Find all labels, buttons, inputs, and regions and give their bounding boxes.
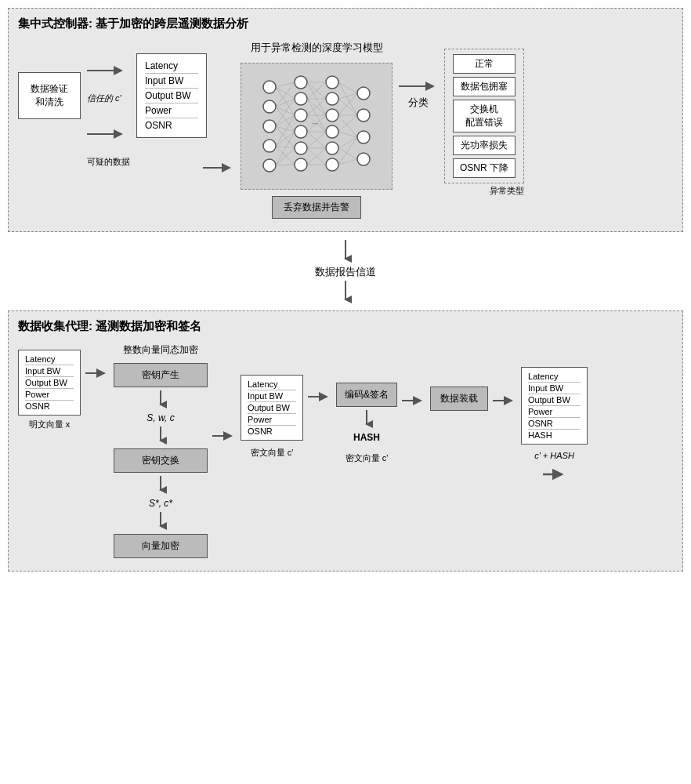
svg-point-13	[295, 158, 307, 171]
feature-latency: Latency	[145, 59, 198, 74]
arrow-from-vec-enc	[212, 430, 236, 442]
main-container: 集中式控制器: 基于加密的跨层遥测数据分析 数据验证和清洗 信任的	[0, 0, 691, 579]
nn-container: ···	[241, 63, 393, 190]
swc-label: S, w, c	[147, 412, 174, 423]
anomaly-box: 正常 数据包拥塞 交换机配置错误 光功率损失 OSNR 下降	[444, 49, 524, 183]
bottom-left-features: Latency Input BW Output BW Power OSNR	[18, 350, 81, 416]
final-arrow-right	[543, 468, 566, 481]
dl-subtitle: 用于异常检测的深度学习模型	[251, 41, 383, 55]
svg-line-25	[276, 87, 295, 99]
svg-line-62	[338, 93, 357, 99]
svg-line-30	[276, 107, 295, 132]
bottom-title: 数据收集代理: 遥测数据加密和签名	[18, 319, 673, 334]
hash-label: HASH	[353, 432, 380, 443]
cipher-label: 密文向量 c'	[251, 447, 294, 459]
svg-point-20	[357, 87, 370, 100]
neural-network-diagram: ···	[254, 71, 379, 181]
svg-line-68	[338, 132, 357, 137]
classify-label: 分类	[408, 96, 429, 110]
svg-point-19	[326, 158, 338, 171]
svg-line-71	[338, 137, 357, 165]
arrow-spc-down	[154, 512, 167, 531]
svg-text:···: ···	[312, 119, 318, 128]
data-validate-box: 数据验证和清洗	[18, 72, 81, 119]
svg-point-10	[295, 109, 307, 122]
channel-arrow: 数据报告信道	[8, 240, 683, 304]
svg-point-23	[357, 153, 370, 165]
svg-line-32	[276, 115, 295, 126]
top-features-box: Latency Input BW Output BW Power OSNR	[136, 53, 207, 138]
arrow-swc-down	[154, 426, 167, 445]
int-vec-area: 整数向量同态加密 密钥产生 S, w, c	[114, 343, 208, 558]
encode-box: 编码&签名	[336, 383, 397, 407]
svg-line-66	[338, 115, 357, 137]
key-exchange-box: 密钥交换	[114, 448, 208, 473]
svg-point-21	[357, 109, 370, 122]
svg-point-7	[263, 159, 276, 172]
svg-point-14	[326, 76, 338, 89]
anomaly-congestion: 数据包拥塞	[453, 77, 516, 96]
svg-line-61	[338, 82, 357, 115]
arrow-key-gen-down	[154, 390, 167, 409]
svg-point-12	[295, 142, 307, 154]
arrow-classify	[399, 80, 438, 93]
suspicious-label: 可疑的数据	[87, 156, 130, 168]
arrow-to-int-vec	[85, 367, 109, 379]
svg-point-11	[295, 125, 307, 138]
anomaly-osnr-drop: OSNR 下降	[453, 158, 516, 178]
svg-point-5	[263, 120, 276, 132]
channel-label: 数据报告信道	[315, 265, 376, 279]
right-features-area: Latency Input BW Output BW Power OSNR HA…	[521, 367, 588, 483]
svg-line-72	[338, 159, 357, 165]
svg-line-34	[276, 126, 295, 148]
feature-power: Power	[145, 103, 198, 118]
feature-output-bw: Output BW	[145, 89, 198, 103]
feature-osnr: OSNR	[145, 118, 198, 132]
svg-line-60	[338, 82, 357, 93]
data-load-area: 数据装载	[430, 387, 488, 411]
svg-point-15	[326, 93, 338, 105]
bottom-mid-features: Latency Input BW Output BW Power OSNR	[241, 375, 303, 441]
int-vec-label: 整数向量同态加密	[123, 343, 198, 357]
final-label: c' + HASH	[534, 451, 574, 460]
arrow-trusted	[87, 64, 126, 77]
arrow-to-data-load	[402, 394, 425, 407]
bottom-section: 数据收集代理: 遥测数据加密和签名 Latency Input BW Outpu…	[8, 310, 683, 572]
arrow-to-nn	[203, 162, 234, 174]
arrow-ke-down	[154, 476, 167, 495]
svg-line-35	[276, 115, 295, 146]
key-gen-box: 密钥产生	[114, 363, 208, 387]
svg-point-8	[295, 76, 307, 89]
anomaly-switch-error: 交换机配置错误	[453, 100, 516, 132]
bottom-right-features: Latency Input BW Output BW Power OSNR HA…	[521, 367, 588, 445]
top-section: 集中式控制器: 基于加密的跨层遥测数据分析 数据验证和清洗 信任的	[8, 8, 683, 232]
svg-point-16	[326, 109, 338, 122]
svg-line-40	[276, 148, 295, 165]
svg-line-70	[338, 148, 357, 159]
spc-label: S*, c*	[149, 498, 172, 509]
svg-point-6	[263, 140, 276, 152]
svg-point-4	[263, 100, 276, 113]
svg-line-67	[338, 115, 357, 132]
svg-point-9	[295, 93, 307, 105]
top-title: 集中式控制器: 基于加密的跨层遥测数据分析	[18, 16, 673, 31]
svg-line-64	[338, 93, 357, 115]
svg-line-24	[276, 82, 295, 87]
anomaly-power-loss: 光功率损失	[453, 136, 516, 155]
trusted-label: 信任的 c'	[87, 93, 130, 104]
encode-area: 编码&签名 HASH 密文向量 c'	[336, 383, 397, 464]
svg-point-3	[263, 81, 276, 93]
channel-down-arrow2	[339, 281, 352, 304]
svg-line-63	[338, 99, 357, 115]
feature-input-bw: Input BW	[145, 74, 198, 89]
discard-box: 丢弃数据并告警	[272, 196, 361, 219]
channel-section: 数据报告信道	[8, 232, 683, 310]
svg-point-17	[326, 125, 338, 138]
svg-point-18	[326, 142, 338, 154]
anomaly-normal: 正常	[453, 54, 516, 74]
svg-line-37	[276, 146, 295, 148]
arrow-to-final	[493, 394, 516, 407]
anomaly-type-label: 异常类型	[490, 185, 524, 197]
cipher-bottom-label: 密文向量 c'	[346, 452, 389, 464]
svg-line-36	[276, 132, 295, 146]
